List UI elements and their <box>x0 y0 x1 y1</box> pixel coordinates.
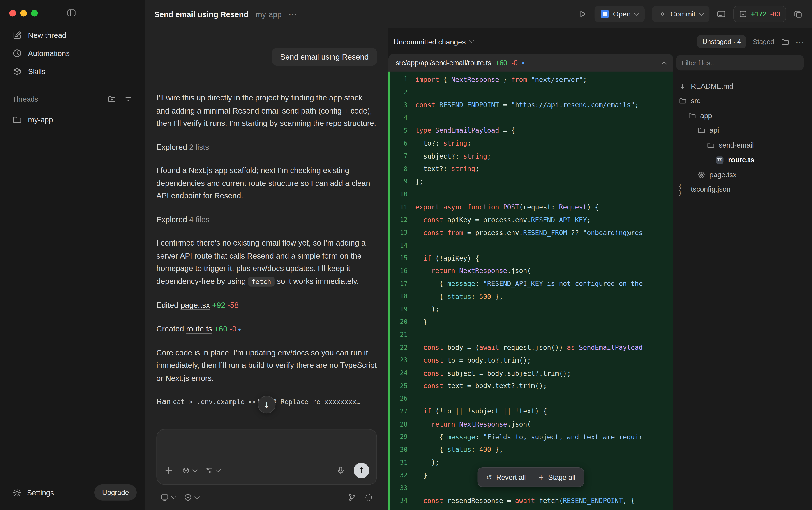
file-tree-item-src[interactable]: src <box>676 93 804 108</box>
file-tree-item-tsconfig.json[interactable]: { }tsconfig.json <box>676 182 804 197</box>
line-content: if (!to || !subject || !text) { <box>408 407 673 415</box>
staged-tab[interactable]: Staged <box>753 38 774 46</box>
file-link[interactable]: route.ts <box>186 324 212 333</box>
lines-added: +172 <box>751 10 766 18</box>
readme-icon: ↓ <box>679 82 687 90</box>
model-selector[interactable] <box>182 466 197 475</box>
assistant-paragraph: I found a Next.js app scaffold; next I’m… <box>156 164 377 202</box>
text-segment: cat > .env.example <<'EO <box>173 398 269 406</box>
diff-code: 1import { NextResponse } from "next/serv… <box>388 72 673 510</box>
context-selector[interactable] <box>184 493 199 502</box>
open-button[interactable]: Open <box>594 6 644 22</box>
file-tree-item-README.md[interactable]: ↓README.md <box>676 79 804 93</box>
file-lines-removed: -0 <box>511 59 518 66</box>
diff-line-31: 31 ); <box>390 456 673 469</box>
file-tree-item-app[interactable]: app <box>676 108 804 123</box>
run-icon[interactable] <box>578 9 587 19</box>
sidebar-toggle-icon[interactable] <box>67 8 76 18</box>
line-number: 5 <box>390 127 408 134</box>
settings-button[interactable]: Settings <box>12 488 54 497</box>
nav-label: New thread <box>28 31 66 39</box>
diff-line-10: 10 <box>390 188 673 201</box>
text-segment: -58 <box>225 301 239 309</box>
collapse-files-icon[interactable] <box>781 37 789 46</box>
message-input[interactable] <box>164 437 369 459</box>
mode-selector[interactable] <box>205 466 220 475</box>
thread-item-my-app[interactable]: my-app <box>5 110 140 129</box>
text-segment: +92 <box>210 301 225 309</box>
folder-icon <box>706 141 715 149</box>
sidebar-item-new-thread[interactable]: New thread <box>5 26 140 44</box>
diff-line-34: 34 const resendResponse = await fetch(RE… <box>390 494 673 507</box>
chevron-down-icon <box>699 10 704 16</box>
up-arrow-icon: ↑ <box>358 466 365 475</box>
copy-icon[interactable] <box>793 9 803 19</box>
line-number: 17 <box>390 280 408 287</box>
diff-stats-badge[interactable]: +172 -83 <box>733 6 786 22</box>
line-number: 9 <box>390 178 408 185</box>
app-window: New thread Automations Skills Threads my… <box>0 0 812 510</box>
chevron-down-icon <box>469 38 474 43</box>
terminal-panel-icon[interactable] <box>717 9 726 19</box>
sidebar-item-automations[interactable]: Automations <box>5 44 140 62</box>
diff-file-path: src/app/api/send-email/route.ts <box>396 59 491 66</box>
line-content: const from = process.env.RESEND_FROM ?? … <box>408 229 673 236</box>
titlebar: Send email using Resend my-app ··· Open … <box>145 0 812 28</box>
commit-button[interactable]: Commit <box>652 6 710 22</box>
text-segment: 2 lists <box>189 142 209 151</box>
text-segment: I’ll wire this up directly in the projec… <box>156 93 376 128</box>
line-number: 18 <box>390 293 408 300</box>
line-number: 24 <box>390 369 408 377</box>
filter-files-input[interactable] <box>676 55 804 70</box>
minimize-window-button[interactable] <box>20 9 27 16</box>
text-segment: so it works immediately. <box>275 277 359 285</box>
line-number: 12 <box>390 216 408 223</box>
environment-selector[interactable] <box>160 493 176 502</box>
send-button[interactable]: ↑ <box>354 463 369 478</box>
file-tree-item-page.tsx[interactable]: page.tsx <box>676 167 804 182</box>
file-tree: ↓README.mdsrcappapisend-emailTSroute.tsp… <box>673 54 812 510</box>
diff-line-26: 26 <box>390 392 673 405</box>
close-window-button[interactable] <box>9 9 16 16</box>
status-spinner-icon[interactable] <box>364 493 373 502</box>
diff-line-9: 9}; <box>390 175 673 188</box>
lines-removed: -83 <box>770 10 780 18</box>
stage-all-button[interactable]: + Stage all <box>533 470 580 484</box>
assistant-paragraph: Explored 2 lists <box>156 141 377 153</box>
down-arrow-icon: ↓ <box>263 400 270 409</box>
attach-icon[interactable] <box>164 466 174 475</box>
text-segment: 4 files <box>189 215 210 224</box>
file-link[interactable]: page.tsx <box>181 301 210 309</box>
mic-icon[interactable] <box>336 466 345 475</box>
upgrade-button[interactable]: Upgrade <box>94 484 137 501</box>
main-area: Send email using Resend my-app ··· Open … <box>145 0 812 510</box>
filter-icon[interactable] <box>124 95 132 103</box>
diff-line-18: 18 { status: 500 }, <box>390 290 673 303</box>
diff-line-11: 11export async function POST(request: Re… <box>390 201 673 214</box>
line-number: 31 <box>390 459 408 466</box>
file-tree-item-api[interactable]: api <box>676 123 804 138</box>
line-number: 1 <box>390 76 408 83</box>
line-number: 2 <box>390 88 408 96</box>
git-branch-icon[interactable] <box>348 493 356 502</box>
file-tree-item-send-email[interactable]: send-email <box>676 138 804 152</box>
threads-section-header: Threads <box>0 80 145 107</box>
file-tree-item-route.ts[interactable]: TSroute.ts <box>676 152 804 167</box>
scroll-to-bottom-button[interactable]: ↓ <box>258 396 275 414</box>
zoom-window-button[interactable] <box>31 9 38 16</box>
unstaged-tab[interactable]: Unstaged · 4 <box>697 35 746 48</box>
line-number: 29 <box>390 433 408 441</box>
braces-icon: { } <box>679 183 687 196</box>
diff-file-header[interactable]: src/app/api/send-email/route.ts +60 -0 ● <box>388 54 673 72</box>
line-number: 13 <box>390 229 408 236</box>
changes-menu-icon[interactable]: ··· <box>796 37 805 46</box>
revert-all-button[interactable]: ↺ Revert all <box>481 470 531 484</box>
sidebar-item-skills[interactable]: Skills <box>5 62 140 80</box>
line-number: 32 <box>390 472 408 479</box>
thread-menu-icon[interactable]: ··· <box>289 10 298 18</box>
uncommitted-changes-dropdown[interactable]: Uncommitted changes <box>394 37 474 46</box>
line-number: 8 <box>390 165 408 172</box>
diff-line-2: 2 <box>390 86 673 98</box>
nav-label: Skills <box>28 67 46 75</box>
new-folder-icon[interactable] <box>108 95 116 103</box>
